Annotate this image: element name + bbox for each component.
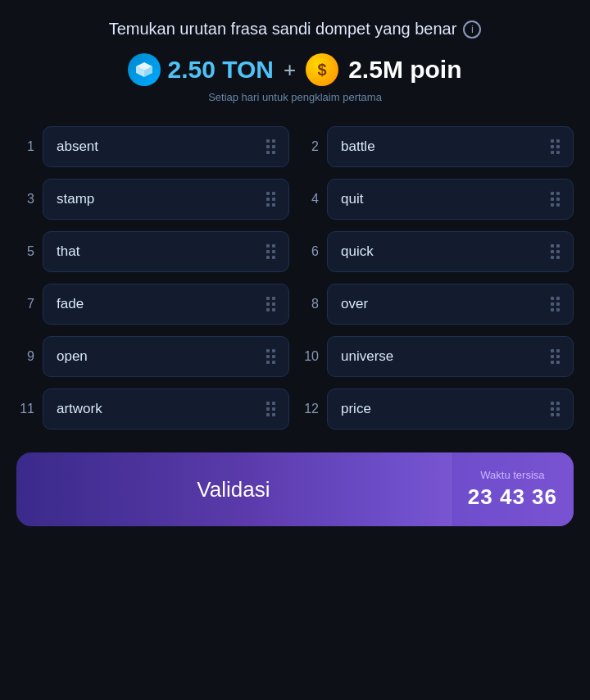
word-text: artwork <box>57 401 102 417</box>
word-box[interactable]: over <box>327 284 574 325</box>
drag-handle-icon <box>551 139 560 154</box>
drag-handle-icon <box>551 297 560 311</box>
word-item: 2battle <box>301 126 574 167</box>
word-text: open <box>57 348 88 365</box>
word-text: universe <box>341 348 393 365</box>
drag-handle-icon <box>266 139 275 154</box>
ton-badge: 2.50 TON <box>128 53 274 86</box>
ton-icon <box>128 53 161 86</box>
page-title: Temukan urutan frasa sandi dompet yang b… <box>109 20 482 39</box>
points-amount: 2.5M poin <box>348 56 461 84</box>
word-box[interactable]: quit <box>327 179 574 220</box>
word-number: 4 <box>301 192 319 207</box>
word-text: quick <box>341 243 374 260</box>
title-text: Temukan urutan frasa sandi dompet yang b… <box>109 20 457 39</box>
word-item: 8over <box>301 284 574 325</box>
word-number: 11 <box>16 402 34 416</box>
word-box[interactable]: stamp <box>43 179 289 220</box>
word-text: price <box>341 401 371 417</box>
word-item: 11artwork <box>16 389 289 430</box>
timer-section: Waktu tersisa 23 43 36 <box>451 452 574 526</box>
word-box[interactable]: quick <box>327 231 574 272</box>
word-box[interactable]: that <box>43 231 289 272</box>
word-number: 5 <box>16 244 34 259</box>
drag-handle-icon <box>551 402 560 416</box>
timer-value: 23 43 36 <box>468 484 557 510</box>
drag-handle-icon <box>551 244 560 259</box>
words-grid: 1absent2battle3stamp4quit5that6quick7fad… <box>16 126 574 430</box>
word-number: 10 <box>301 349 319 364</box>
ton-amount: 2.50 TON <box>167 56 274 84</box>
word-box[interactable]: universe <box>327 336 574 377</box>
drag-handle-icon <box>266 402 275 416</box>
word-box[interactable]: battle <box>327 126 574 167</box>
word-text: quit <box>341 191 363 207</box>
drag-handle-icon <box>551 349 560 364</box>
plus-sign: + <box>284 57 296 83</box>
word-text: over <box>341 296 368 312</box>
word-item: 10universe <box>301 336 574 377</box>
drag-handle-icon <box>266 349 275 364</box>
word-item: 7fade <box>16 284 289 325</box>
word-item: 9open <box>16 336 289 377</box>
drag-handle-icon <box>266 297 275 311</box>
word-item: 12price <box>301 389 574 430</box>
drag-handle-icon <box>266 244 275 259</box>
word-text: that <box>57 243 79 260</box>
word-text: absent <box>57 139 98 155</box>
ton-logo <box>134 60 154 80</box>
word-box[interactable]: price <box>327 389 574 430</box>
word-box[interactable]: fade <box>43 284 289 325</box>
word-text: fade <box>57 296 84 312</box>
word-item: 1absent <box>16 126 289 167</box>
reward-row: 2.50 TON + $ 2.5M poin <box>128 53 461 86</box>
word-item: 4quit <box>301 179 574 220</box>
word-number: 3 <box>16 192 34 207</box>
word-number: 8 <box>301 297 319 311</box>
bottom-bar: Validasi Waktu tersisa 23 43 36 <box>16 452 574 526</box>
word-box[interactable]: absent <box>43 126 289 167</box>
word-item: 5that <box>16 231 289 272</box>
coin-icon: $ <box>306 53 338 86</box>
word-number: 2 <box>301 139 319 154</box>
word-number: 12 <box>301 402 319 416</box>
validate-button[interactable]: Validasi <box>16 452 451 526</box>
reward-subtitle: Setiap hari untuk pengklaim pertama <box>208 91 382 103</box>
word-number: 6 <box>301 244 319 259</box>
word-item: 6quick <box>301 231 574 272</box>
word-number: 1 <box>16 139 34 154</box>
word-box[interactable]: open <box>43 336 289 377</box>
word-text: battle <box>341 139 375 155</box>
word-item: 3stamp <box>16 179 289 220</box>
word-text: stamp <box>57 191 94 207</box>
info-icon[interactable]: i <box>463 20 481 39</box>
timer-label: Waktu tersisa <box>480 469 544 481</box>
drag-handle-icon <box>551 192 560 207</box>
word-number: 7 <box>16 297 34 311</box>
word-box[interactable]: artwork <box>43 389 289 430</box>
word-number: 9 <box>16 349 34 364</box>
drag-handle-icon <box>266 192 275 207</box>
